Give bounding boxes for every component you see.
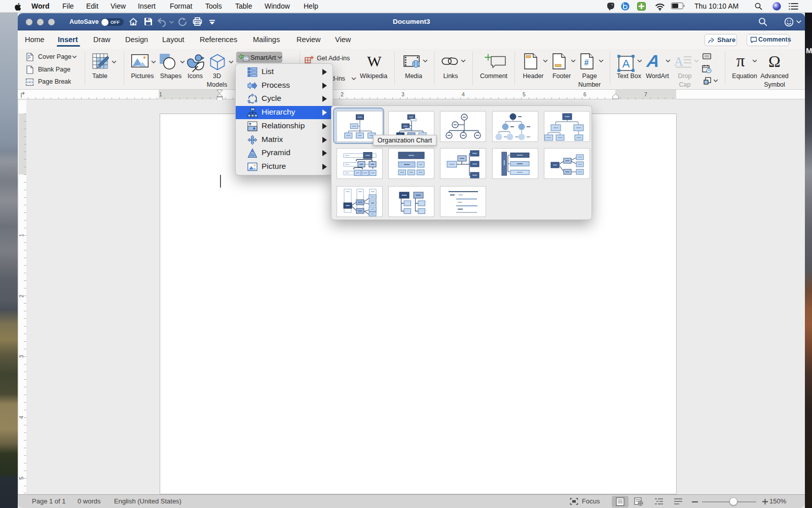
svg-text:A: A <box>622 57 630 70</box>
svg-text:#: # <box>584 58 589 67</box>
svg-text:A: A <box>646 54 661 69</box>
svg-text:A: A <box>675 55 684 68</box>
